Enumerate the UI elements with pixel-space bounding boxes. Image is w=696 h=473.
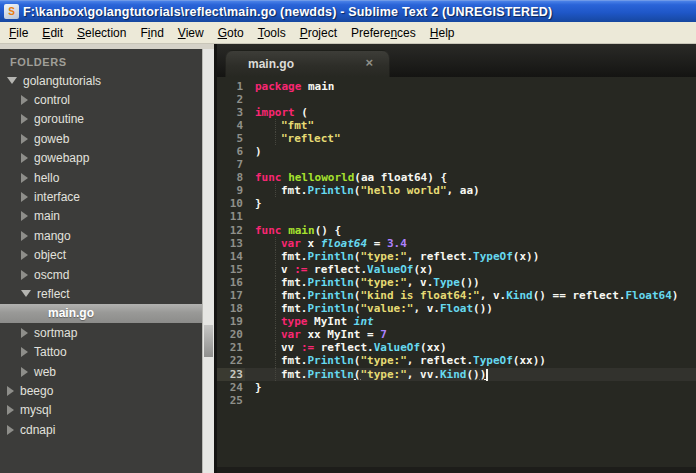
code-line-14[interactable]: 14fmt.Println("type:", reflect.TypeOf(x)… <box>217 250 696 263</box>
code-area[interactable]: 1package main23import (4"fmt"5"reflect"6… <box>217 77 696 473</box>
chevron-down-icon[interactable] <box>7 77 17 84</box>
chevron-right-icon[interactable] <box>21 114 28 124</box>
code-token: TypeOf <box>473 250 513 263</box>
code-line-3[interactable]: 3import ( <box>217 106 696 119</box>
menu-item-tools[interactable]: Tools <box>251 23 293 43</box>
folder-item-golangtutorials[interactable]: golangtutorials <box>0 71 202 90</box>
folder-item-reflect[interactable]: reflect <box>0 284 202 303</box>
code-token: Println <box>308 289 354 302</box>
folder-item-control[interactable]: control <box>0 90 202 109</box>
menu-item-file[interactable]: File <box>2 23 35 43</box>
code-line-1[interactable]: 1package main <box>217 80 696 93</box>
chevron-right-icon[interactable] <box>21 367 28 377</box>
chevron-right-icon[interactable] <box>7 386 14 396</box>
code-token: helloworld <box>288 171 354 184</box>
chevron-right-icon[interactable] <box>21 192 28 202</box>
chevron-right-icon[interactable] <box>21 153 28 163</box>
folder-item-web[interactable]: web <box>0 362 202 381</box>
code-line-13[interactable]: 13var x float64 = 3.4 <box>217 237 696 250</box>
menu-item-selection[interactable]: Selection <box>70 23 133 43</box>
code-line-24[interactable]: 24} <box>217 381 696 394</box>
code-line-7[interactable]: 7 <box>217 158 696 171</box>
chevron-right-icon[interactable] <box>21 250 28 260</box>
menu-item-preferences[interactable]: Preferences <box>344 23 423 43</box>
line-number: 15 <box>217 263 243 276</box>
code-token: "reflect" <box>281 132 341 145</box>
chevron-right-icon[interactable] <box>21 328 28 338</box>
indent-guide <box>255 354 276 367</box>
chevron-right-icon[interactable] <box>21 347 28 357</box>
folder-item-oscmd[interactable]: oscmd <box>0 265 202 284</box>
code-token: func <box>255 224 282 237</box>
code-line-23[interactable]: 23fmt.Println("type:", vv.Kind()) <box>217 368 696 381</box>
sidebar-scrollbar[interactable] <box>202 49 214 473</box>
code-token: func <box>255 171 282 184</box>
folder-item-main[interactable]: main <box>0 207 202 226</box>
code-line-11[interactable]: 11 <box>217 210 696 223</box>
menu-item-project[interactable]: Project <box>293 23 344 43</box>
indent-guide <box>255 263 276 276</box>
code-line-20[interactable]: 20var xx MyInt = 7 <box>217 328 696 341</box>
sidebar-scrollbar-thumb[interactable] <box>204 325 213 357</box>
folder-item-interface[interactable]: interface <box>0 187 202 206</box>
folder-item-goroutine[interactable]: goroutine <box>0 110 202 129</box>
folder-item-mango[interactable]: mango <box>0 226 202 245</box>
folder-item-sortmap[interactable]: sortmap <box>0 323 202 342</box>
tab-close-icon[interactable]: × <box>365 55 373 70</box>
code-line-2[interactable]: 2 <box>217 93 696 106</box>
folder-item-beego[interactable]: beego <box>0 381 202 400</box>
chevron-right-icon[interactable] <box>21 211 28 221</box>
chevron-right-icon[interactable] <box>21 173 28 183</box>
chevron-right-icon[interactable] <box>7 405 14 415</box>
code-line-21[interactable]: 21vv := reflect.ValueOf(xx) <box>217 341 696 354</box>
code-line-5[interactable]: 5"reflect" <box>217 132 696 145</box>
code-line-17[interactable]: 17fmt.Println("kind is float64:", v.Kind… <box>217 289 696 302</box>
chevron-right-icon[interactable] <box>21 134 28 144</box>
indent-guide <box>255 119 276 132</box>
app-icon[interactable]: S <box>4 4 19 19</box>
code-line-22[interactable]: 22fmt.Println("type:", reflect.TypeOf(xx… <box>217 354 696 367</box>
tree-item-label: goweb <box>34 132 69 146</box>
code-line-8[interactable]: 8func helloworld(aa float64) { <box>217 171 696 184</box>
code-line-16[interactable]: 16fmt.Println("type:", v.Type()) <box>217 276 696 289</box>
folder-item-mysql[interactable]: mysql <box>0 401 202 420</box>
folder-item-object[interactable]: object <box>0 246 202 265</box>
code-line-18[interactable]: 18fmt.Println("value:", v.Float()) <box>217 302 696 315</box>
code-token: ) <box>255 145 262 158</box>
code-token: TypeOf <box>473 354 513 367</box>
folder-item-cdnapi[interactable]: cdnapi <box>0 420 202 439</box>
chevron-right-icon[interactable] <box>7 425 14 435</box>
chevron-right-icon[interactable] <box>21 95 28 105</box>
folder-item-gowebapp[interactable]: gowebapp <box>0 149 202 168</box>
line-number: 11 <box>217 210 243 223</box>
code-token: , reflect. <box>407 354 473 367</box>
code-line-12[interactable]: 12func main() { <box>217 224 696 237</box>
menu-item-view[interactable]: View <box>171 23 211 43</box>
folder-item-hello[interactable]: hello <box>0 168 202 187</box>
menu-item-help[interactable]: Help <box>423 23 462 43</box>
tab-main-go[interactable]: main.go × <box>225 50 390 77</box>
line-number: 20 <box>217 328 243 341</box>
menu-item-find[interactable]: Find <box>133 23 170 43</box>
chevron-right-icon[interactable] <box>21 270 28 280</box>
code-line-9[interactable]: 9fmt.Println("hello world", aa) <box>217 184 696 197</box>
text-cursor <box>486 369 488 381</box>
menu-item-edit[interactable]: Edit <box>35 23 70 43</box>
code-token: package <box>255 80 301 93</box>
line-number: 1 <box>217 80 243 93</box>
code-line-10[interactable]: 10} <box>217 197 696 210</box>
folder-item-goweb[interactable]: goweb <box>0 129 202 148</box>
code-line-15[interactable]: 15v := reflect.ValueOf(x) <box>217 263 696 276</box>
folder-item-tattoo[interactable]: Tattoo <box>0 342 202 361</box>
code-token: fmt. <box>281 368 308 381</box>
sidebar-stack: FOLDERS golangtutorialscontrolgoroutineg… <box>0 44 214 473</box>
code-line-25[interactable]: 25 <box>217 394 696 407</box>
file-item-main-go[interactable]: main.go <box>0 304 202 323</box>
chevron-right-icon[interactable] <box>21 231 28 241</box>
code-line-6[interactable]: 6) <box>217 145 696 158</box>
code-line-4[interactable]: 4"fmt" <box>217 119 696 132</box>
code-token: "fmt" <box>281 119 314 132</box>
code-line-19[interactable]: 19type MyInt int <box>217 315 696 328</box>
menu-item-goto[interactable]: Goto <box>211 23 251 43</box>
chevron-down-icon[interactable] <box>21 290 31 297</box>
